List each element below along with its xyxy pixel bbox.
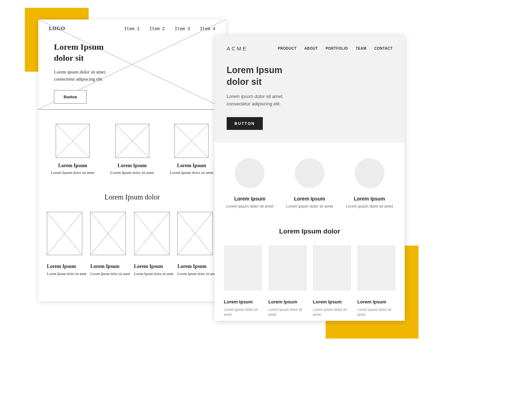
wire-gallery-sub: Lorem Ipsum dolor sit amet [177, 271, 217, 276]
wire-feature-card: Lorem Ipsum Lorem Ipsum dolor sit amet [104, 124, 160, 175]
wire-gallery-row: Lorem Ipsum Lorem Ipsum dolor sit amet L… [38, 212, 226, 276]
wire-gallery-sub: Lorem Ipsum dolor sit amet [134, 271, 174, 276]
hifi-feature-title: Lorem Ipsum [282, 196, 338, 202]
wire-feature-title: Lorem Ipsum [104, 163, 160, 169]
wire-feature-card: Lorem Ipsum Lorem Ipsum dolor sit amet [164, 124, 220, 175]
wire-hero: LOGO Item 1 Item 2 Item 3 Item 4 Lorem I… [38, 20, 226, 110]
image-placeholder-icon [47, 212, 82, 255]
image-placeholder-icon [313, 245, 351, 291]
hifi-feature-card: Lorem Ipsum Lorem ipsum dolor sit amet [222, 158, 278, 209]
wire-feature-card: Lorem Ipsum Lorem Ipsum dolor sit amet [45, 124, 101, 175]
hifi-gallery-sub: Lorem ipsum dolor sit amet [268, 307, 307, 317]
wire-gallery-sub: Lorem Ipsum dolor sit amet [47, 271, 87, 276]
wire-feature-title: Lorem Ipsum [164, 163, 220, 169]
hifi-gallery-sub: Lorem ipsum dolor sit amet [313, 307, 351, 317]
wire-hero-body: Lorem ipsum dolor sit amet, consectetur … [54, 68, 106, 82]
wire-gallery-card: Lorem Ipsum Lorem Ipsum dolor sit amet [177, 212, 217, 276]
hifi-gallery-title: Lorem Ipsum [268, 299, 307, 304]
hifi-feature-sub: Lorem ipsum dolor sit amet [282, 204, 338, 209]
hifi-nav-contact[interactable]: CONTACT [374, 46, 393, 50]
hifi-hero-button[interactable]: BUTTON [227, 117, 263, 130]
hifi-gallery-card: Lorem Ipsum Lorem ipsum dolor sit amet [268, 245, 307, 317]
wire-feature-sub: Lorem Ipsum dolor sit amet [45, 170, 101, 175]
hifi-gallery-title: Lorem Ipsum [358, 299, 396, 304]
wire-section-title: Lorem Ipsum dolor [38, 193, 226, 201]
circle-placeholder-icon [235, 158, 265, 188]
hifi-feature-title: Lorem Ipsum [341, 196, 398, 202]
wire-gallery-title: Lorem Ipsum [47, 264, 87, 269]
hifi-feature-sub: Lorem ipsum dolor sit amet [341, 204, 398, 209]
wire-gallery-title: Lorem Ipsum [90, 264, 131, 269]
wire-logo: LOGO [49, 26, 65, 32]
image-placeholder-icon [134, 212, 170, 255]
hifi-feature-sub: Lorem ipsum dolor sit amet [222, 204, 278, 209]
hifi-gallery-title: Lorem Ipsum [313, 299, 351, 304]
image-placeholder-icon [177, 212, 213, 255]
image-placeholder-icon [90, 212, 126, 255]
wireframe-panel: LOGO Item 1 Item 2 Item 3 Item 4 Lorem I… [38, 20, 226, 301]
hifi-nav-product[interactable]: PRODUCT [278, 46, 297, 50]
image-placeholder-icon [56, 124, 90, 158]
circle-placeholder-icon [355, 158, 384, 188]
hifi-hero-title: Lorem Ipsum dolor sit [227, 64, 393, 87]
wire-nav-item-2[interactable]: Item 2 [149, 27, 165, 32]
image-placeholder-icon [268, 245, 307, 291]
wire-feature-sub: Lorem Ipsum dolor sit amet [164, 170, 220, 175]
hifi-gallery-row: Lorem Ipsum Lorem ipsum dolor sit amet L… [215, 235, 405, 317]
hifi-hero: ACME PRODUCT ABOUT PORTFOLIO TEAM CONTAC… [215, 35, 405, 143]
image-placeholder-icon [174, 124, 209, 158]
wire-gallery-title: Lorem Ipsum [177, 264, 217, 269]
hifi-features-row: Lorem Ipsum Lorem ipsum dolor sit amet L… [215, 143, 405, 209]
hifi-gallery-sub: Lorem ipsum dolor sit amet [358, 307, 396, 317]
wire-nav-item-3[interactable]: Item 3 [175, 27, 190, 32]
wire-hero-title: Lorem Ipsum dolor sit [54, 42, 106, 64]
hifi-feature-card: Lorem Ipsum Lorem ipsum dolor sit amet [341, 158, 398, 209]
image-placeholder-icon [358, 245, 396, 291]
hifi-nav-team[interactable]: TEAM [356, 46, 366, 50]
wire-hero-button[interactable]: Button [54, 90, 87, 104]
hifi-gallery-card: Lorem Ipsum Lorem ipsum dolor sit amet [358, 245, 396, 317]
hifi-nav-portfolio[interactable]: PORTFOLIO [326, 46, 348, 50]
wire-feature-sub: Lorem Ipsum dolor sit amet [104, 170, 160, 175]
wire-feature-title: Lorem Ipsum [45, 163, 101, 169]
hifi-gallery-title: Lorem Ipsum [224, 299, 262, 304]
wire-gallery-title: Lorem Ipsum [134, 264, 174, 269]
hifi-gallery-sub: Lorem ipsum dolor sit amet [224, 307, 262, 317]
wire-nav-item-4[interactable]: Item 4 [200, 27, 215, 32]
image-placeholder-icon [224, 245, 262, 291]
hifi-section-title: Lorem Ipsum dolor [215, 227, 405, 235]
hifi-feature-card: Lorem Ipsum Lorem ipsum dolor sit amet [282, 158, 338, 209]
wire-features-row: Lorem Ipsum Lorem Ipsum dolor sit amet L… [38, 124, 226, 175]
hifi-feature-title: Lorem Ipsum [222, 196, 278, 202]
wire-gallery-card: Lorem Ipsum Lorem Ipsum dolor sit amet [47, 212, 87, 276]
wire-gallery-card: Lorem Ipsum Lorem Ipsum dolor sit amet [90, 212, 131, 276]
hifi-gallery-card: Lorem Ipsum Lorem ipsum dolor sit amet [313, 245, 351, 317]
hifi-hero-body: Lorem ipsum dolor sit amet, consectetur … [227, 93, 393, 108]
wire-gallery-sub: Lorem Ipsum dolor sit amet [90, 271, 131, 276]
image-placeholder-icon [115, 124, 149, 158]
hifi-nav-about[interactable]: ABOUT [304, 46, 318, 50]
hifi-logo: ACME [227, 45, 248, 51]
circle-placeholder-icon [295, 158, 325, 188]
wire-gallery-card: Lorem Ipsum Lorem Ipsum dolor sit amet [134, 212, 174, 276]
hifi-panel: ACME PRODUCT ABOUT PORTFOLIO TEAM CONTAC… [215, 35, 405, 321]
hifi-gallery-card: Lorem Ipsum Lorem ipsum dolor sit amet [224, 245, 262, 317]
wire-nav-item-1[interactable]: Item 1 [124, 27, 139, 32]
